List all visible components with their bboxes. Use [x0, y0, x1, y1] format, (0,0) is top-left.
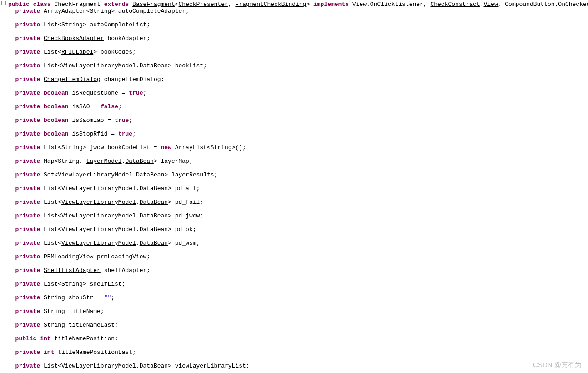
keyword-token: private: [15, 226, 40, 233]
code-line-content: private ShelfListAdapter shelfAdapter;: [8, 267, 150, 274]
blank-line: [8, 219, 588, 226]
type-link-token: DataBean: [140, 363, 168, 369]
identifier-token: > layerResults;: [164, 171, 217, 178]
code-line[interactable]: private boolean isStopRfid = true;: [8, 131, 588, 137]
identifier-token: bookAdapter;: [107, 35, 150, 42]
code-line[interactable]: private CheckBooksAdapter bookAdapter;: [8, 35, 588, 42]
code-line[interactable]: private String titleNameLast;: [8, 322, 588, 328]
type-link-token: RFIDLabel: [61, 49, 93, 55]
blank-line: [8, 260, 588, 267]
code-line-content: private List<ViewLayerLibraryModel.DataB…: [8, 240, 200, 247]
code-line[interactable]: private List<String> shelfList;: [8, 281, 588, 287]
blank-line: [8, 96, 588, 103]
code-line-content: private ChangeItemDialog changeItemDialo…: [8, 76, 164, 83]
keyword-token: true: [115, 117, 129, 124]
code-line[interactable]: private Map<String, LayerModel.DataBean>…: [8, 158, 588, 165]
code-line-content: private boolean isSAO = false;: [8, 103, 122, 110]
code-line-content: private CheckBooksAdapter bookAdapter;: [8, 35, 150, 42]
code-line[interactable]: private PRMLoadingView prmLoadingView;: [8, 253, 588, 260]
type-link-token: DataBean: [140, 240, 168, 247]
code-line[interactable]: private ChangeItemDialog changeItemDialo…: [8, 76, 588, 83]
identifier-token: CheckFragment: [54, 1, 104, 8]
code-line[interactable]: private Set<ViewLayerLibraryModel.DataBe…: [8, 171, 588, 178]
identifier-token: List<: [44, 185, 61, 192]
code-line[interactable]: private int titleNamePositionLast;: [8, 349, 588, 356]
type-link-token: ViewLayerLibraryModel: [61, 363, 136, 369]
blank-line: [8, 69, 588, 76]
identifier-token: > pd_fail;: [168, 199, 203, 206]
identifier-token: > pd_jwcw;: [168, 212, 203, 219]
identifier-token: > pd_ok;: [168, 226, 196, 233]
blank-line: [8, 55, 588, 62]
editor-gutter: −: [0, 0, 7, 373]
identifier-token: changeItemDialog;: [104, 76, 165, 83]
blank-line: [8, 356, 588, 363]
type-link-token: CheckConstract: [430, 1, 480, 8]
fold-toggle-icon[interactable]: −: [1, 1, 6, 5]
identifier-token: .: [136, 226, 140, 233]
code-line[interactable]: public class CheckFragment extends BaseF…: [8, 1, 588, 8]
identifier-token: .: [136, 185, 140, 192]
blank-line: [8, 42, 588, 49]
code-line-content: private List<ViewLayerLibraryModel.DataB…: [8, 185, 200, 192]
blank-line: [8, 151, 588, 158]
keyword-token: boolean: [44, 90, 69, 96]
code-line[interactable]: private List<ViewLayerLibraryModel.DataB…: [8, 62, 588, 69]
identifier-token: ;: [129, 117, 132, 124]
keyword-token: private: [15, 8, 40, 15]
blank-line: [8, 110, 588, 117]
identifier-token: List<String> autoCompleteList;: [44, 21, 150, 28]
keyword-token: private: [15, 253, 40, 260]
code-line[interactable]: private List<RFIDLabel> bookCodes;: [8, 49, 588, 55]
code-line[interactable]: public int titleNamePosition;: [8, 335, 588, 342]
code-line[interactable]: private String titleName;: [8, 308, 588, 315]
code-line[interactable]: private List<ViewLayerLibraryModel.DataB…: [8, 240, 588, 247]
keyword-token: public: [15, 335, 37, 342]
keyword-token: private: [15, 308, 40, 315]
code-line[interactable]: private List<ViewLayerLibraryModel.DataB…: [8, 226, 588, 233]
code-area[interactable]: public class CheckFragment extends BaseF…: [7, 0, 588, 373]
code-line[interactable]: private String shouStr = "";: [8, 294, 588, 301]
code-line-content: private boolean isStopRfid = true;: [8, 131, 136, 137]
code-line[interactable]: private boolean isSAO = false;: [8, 103, 588, 110]
code-line[interactable]: private boolean isRequestDone = true;: [8, 90, 588, 96]
identifier-token: ;: [143, 90, 147, 96]
keyword-token: private: [15, 185, 40, 192]
keyword-token: boolean: [44, 131, 69, 137]
code-editor[interactable]: − public class CheckFragment extends Bas…: [0, 0, 588, 373]
identifier-token: <: [175, 1, 179, 8]
keyword-token: private: [15, 49, 40, 55]
identifier-token: titleNamePositionLast;: [58, 349, 136, 356]
identifier-token: > viewLayerLibraryList;: [168, 363, 249, 369]
keyword-token: private: [15, 281, 40, 287]
code-line-content: private Map<String, LayerModel.DataBean>…: [8, 158, 193, 165]
code-line[interactable]: private List<String> jwcw_bookCodeList =…: [8, 144, 588, 151]
code-line[interactable]: private List<ViewLayerLibraryModel.DataB…: [8, 199, 588, 206]
keyword-token: private: [15, 117, 40, 124]
code-line[interactable]: private ShelfListAdapter shelfAdapter;: [8, 267, 588, 274]
identifier-token: > pd_all;: [168, 185, 200, 192]
code-line[interactable]: private boolean isSaomiao = true;: [8, 117, 588, 124]
keyword-token: private: [15, 267, 40, 274]
code-line[interactable]: private List<String> autoCompleteList;: [8, 21, 588, 28]
type-link-token: DataBean: [125, 158, 153, 165]
code-line[interactable]: private List<ViewLayerLibraryModel.DataB…: [8, 363, 588, 369]
keyword-token: boolean: [44, 117, 69, 124]
identifier-token: Set<: [44, 171, 58, 178]
blank-line: [8, 315, 588, 322]
identifier-token: isSaomiao =: [72, 117, 115, 124]
identifier-token: isRequestDone =: [72, 90, 129, 96]
identifier-token: View.OnClickListener,: [352, 1, 431, 8]
identifier-token: > bookList;: [168, 62, 207, 69]
code-line[interactable]: private List<ViewLayerLibraryModel.DataB…: [8, 185, 588, 192]
code-line[interactable]: private ArrayAdapter<String> autoComplet…: [8, 8, 588, 15]
keyword-token: private: [15, 363, 40, 369]
type-link-token: ViewLayerLibraryModel: [61, 185, 136, 192]
keyword-token: private: [15, 62, 40, 69]
blank-line: [8, 206, 588, 212]
keyword-token: class: [33, 1, 51, 8]
type-link-token: CheckPresenter: [179, 1, 228, 8]
code-line-content: private List<String> shelfList;: [8, 281, 125, 287]
type-link-token: DataBean: [140, 199, 168, 206]
code-line[interactable]: private List<ViewLayerLibraryModel.DataB…: [8, 212, 588, 219]
